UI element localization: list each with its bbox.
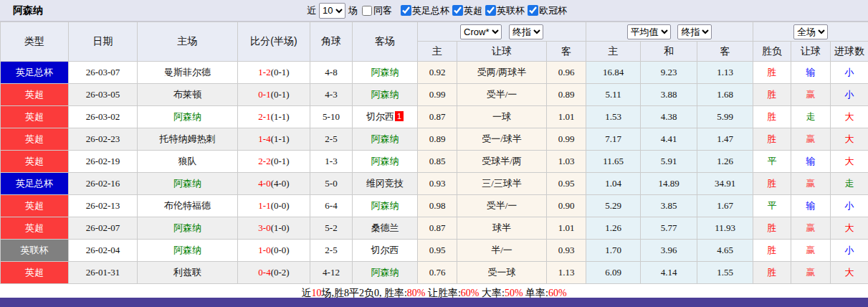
corner-score: 5-2 <box>310 217 353 240</box>
crow-home-odds: 0.76 <box>418 262 457 284</box>
crow-handicap: 球半 <box>457 217 547 240</box>
match-date: 26-02-13 <box>69 195 138 217</box>
summary-segment: 单率: <box>523 288 548 298</box>
summary-segment: 50% <box>505 288 523 298</box>
result-wdl: 胜 <box>753 128 791 151</box>
crow-stage-select[interactable]: 终指 <box>509 24 543 39</box>
result-wdl: 胜 <box>753 106 791 128</box>
crow-home-odds: 0.92 <box>418 62 457 84</box>
col-header-result-wdl: 胜负 <box>753 42 791 62</box>
score-cell: 1-4(1-1) <box>238 128 310 151</box>
crow-away-odds: 1.13 <box>547 262 586 284</box>
avg-home-odds: 1.53 <box>586 106 641 128</box>
avg-draw-odds: 5.77 <box>641 217 697 240</box>
topbar: 阿森纳 近 10 场 同客 英足总杯英超英联杯欧冠杯 <box>0 0 868 22</box>
crow-handicap: 半/一 <box>457 240 547 262</box>
match-table-body: 英足总杯26-03-07曼斯菲尔德1-2(0-1)4-8阿森纳0.92受两/两球… <box>1 62 868 284</box>
crow-handicap: 三/三球半 <box>457 173 547 195</box>
score-cell: 2-2(0-1) <box>238 151 310 173</box>
away-team: 阿森纳 <box>353 195 418 217</box>
home-team: 阿森纳 <box>138 217 238 240</box>
crow-away-odds: 0.96 <box>547 62 586 84</box>
avg-source-select[interactable]: 平均值 <box>627 24 671 39</box>
crow-home-odds: 0.87 <box>418 106 457 128</box>
match-date: 26-02-16 <box>69 173 138 195</box>
avg-stage-select[interactable]: 终指 <box>677 24 712 39</box>
avg-draw-odds: 4.38 <box>641 106 697 128</box>
league-filter-checkbox[interactable] <box>528 5 538 16</box>
league-filter-checkbox[interactable] <box>401 5 411 16</box>
col-header-crow-handicap: 让球 <box>457 42 547 62</box>
result-handicap: 输 <box>791 195 831 217</box>
result-goals: 大 <box>831 106 868 128</box>
result-wdl: 胜 <box>753 217 791 240</box>
avg-home-odds: 1.70 <box>586 240 641 262</box>
team-name: 阿森纳 <box>13 4 43 17</box>
recent-suffix-label: 场 <box>348 4 358 17</box>
league-filter-checkbox[interactable] <box>452 5 463 16</box>
fulltime-score: 1-4 <box>258 133 270 144</box>
summary-segment: 80% <box>407 288 426 298</box>
avg-away-odds: 5.99 <box>697 106 753 128</box>
away-team-name: 阿森纳 <box>371 200 399 211</box>
home-team: 托特纳姆热刺 <box>138 128 238 151</box>
league-filter-label: 英联杯 <box>497 4 525 17</box>
crow-away-odds: 1.03 <box>547 151 586 173</box>
crow-handicap: 受一/球半 <box>457 128 547 151</box>
avg-draw-odds: 3.96 <box>641 240 697 262</box>
halftime-score: (4-0) <box>271 178 290 189</box>
fulltime-score: 0-4 <box>258 267 270 278</box>
avg-away-odds: 4.65 <box>697 240 753 262</box>
league-filter-checkbox[interactable] <box>485 5 496 16</box>
avg-draw-odds: 4.14 <box>641 262 697 284</box>
match-date: 26-03-05 <box>69 84 138 106</box>
away-team-name: 阿森纳 <box>371 89 399 100</box>
home-team: 阿森纳 <box>138 240 238 262</box>
crow-home-odds: 0.87 <box>418 217 457 240</box>
fulltime-score: 3-0 <box>258 222 270 233</box>
col-header-away: 客场 <box>353 22 418 62</box>
league-type-cell: 英超 <box>1 106 69 128</box>
match-row: 英超26-02-13布伦特福德1-1(0-0)6-4阿森纳0.98受半/一0.9… <box>1 195 868 217</box>
match-row: 英超26-03-05布莱顿0-1(0-1)4-3阿森纳0.99受半/一0.895… <box>1 84 868 106</box>
match-row: 英超26-02-23托特纳姆热刺1-4(1-1)2-5阿森纳0.89受一/球半0… <box>1 128 868 151</box>
avg-home-odds: 6.09 <box>586 262 641 284</box>
league-type-cell: 英超 <box>1 151 69 173</box>
league-type-cell: 英联杯 <box>1 240 69 262</box>
col-header-crow-away: 客 <box>547 42 586 62</box>
recent-count-select[interactable]: 10 <box>319 3 345 19</box>
home-team: 布莱顿 <box>138 84 238 106</box>
match-row: 英超26-02-07阿森纳3-0(1-0)5-2桑德兰0.87球半1.011.2… <box>1 217 868 240</box>
crow-home-odds: 0.89 <box>418 128 457 151</box>
crow-source-select[interactable]: Crow* <box>460 24 502 39</box>
halftime-score: (0-1) <box>271 89 290 100</box>
col-header-date: 日期 <box>69 22 138 62</box>
avg-away-odds: 1.67 <box>697 195 753 217</box>
result-wdl: 胜 <box>753 262 791 284</box>
match-date: 26-03-07 <box>69 62 138 84</box>
match-history-panel: 阿森纳 近 10 场 同客 英足总杯英超英联杯欧冠杯 类型 日期 主场 比分(半… <box>0 0 868 307</box>
same-away-label: 同客 <box>373 4 392 17</box>
avg-home-odds: 11.65 <box>586 151 641 173</box>
league-filter-group: 英足总杯英超英联杯欧冠杯 <box>398 4 567 17</box>
score-cell: 1-0(0-0) <box>238 240 310 262</box>
scope-select[interactable]: 全场 <box>793 24 828 39</box>
match-date: 26-02-04 <box>69 240 138 262</box>
score-cell: 0-1(0-1) <box>238 84 310 106</box>
fulltime-score: 2-1 <box>258 111 270 122</box>
col-header-avg-draw: 和 <box>641 42 697 62</box>
bottom-bar <box>0 298 868 307</box>
away-team-name: 阿森纳 <box>371 267 399 278</box>
same-away-checkbox[interactable] <box>362 6 372 16</box>
result-handicap: 赢 <box>791 173 831 195</box>
away-team: 阿森纳 <box>353 128 418 151</box>
league-type-cell: 英超 <box>1 217 69 240</box>
away-team-name: 桑德兰 <box>371 222 399 233</box>
crow-home-odds: 0.95 <box>418 240 457 262</box>
crow-away-odds: 1.01 <box>547 217 586 240</box>
col-header-corner: 角球 <box>310 22 353 62</box>
result-handicap: 赢 <box>791 217 831 240</box>
result-handicap: 输 <box>791 151 831 173</box>
col-header-type: 类型 <box>1 22 69 62</box>
summary-segment: 60% <box>548 288 567 298</box>
